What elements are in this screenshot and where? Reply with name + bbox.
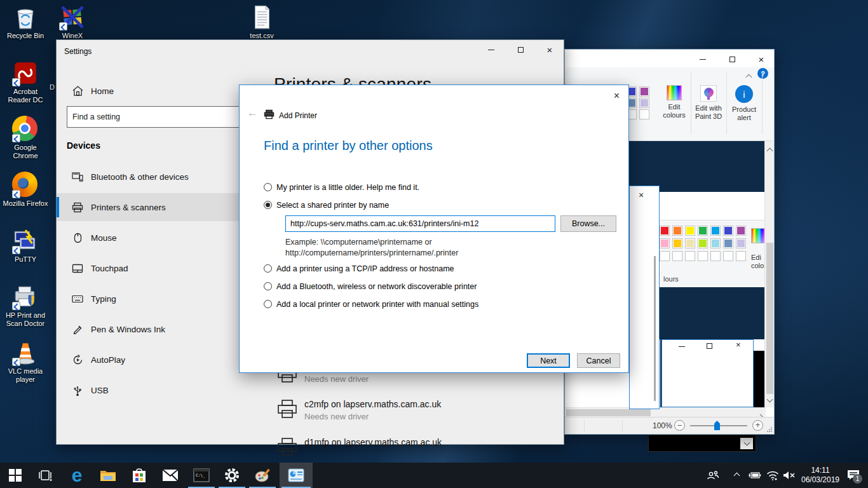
shortcut-arrow-icon [12,358,20,366]
desktop-icon-recycle-bin[interactable]: Recycle Bin [3,4,48,40]
vlc-icon [12,339,39,366]
zoom-in-button[interactable]: + [752,420,763,431]
desktop-icon-chrome[interactable]: Google Chrome [3,116,48,160]
shortcut-arrow-icon [12,246,20,254]
shared-printer-name-input[interactable]: http://cups-serv.maths.cam.ac.uk:631/pri… [285,215,555,232]
paint-icon[interactable] [247,463,278,488]
desktop-icon-firefox[interactable]: Mozilla Firefox [3,172,48,208]
desktop-icon-test-csv[interactable]: test.csv [239,4,285,40]
edit-colours-icon [667,85,682,100]
printer-list-item[interactable]: d1mfp on lapserv.maths.cam.ac.uk [276,437,442,458]
printer-status: Needs new driver [304,410,441,423]
edit-with-paint3d-button[interactable]: Edit with Paint 3D [692,85,725,121]
task-view-button[interactable] [31,463,61,488]
bluetooth-devices-icon [72,172,83,182]
paint-statusbar: 100% – + [565,417,774,434]
radio-bluetooth-printer[interactable] [264,282,272,290]
taskbar-clock[interactable]: 14:11 06/03/2019 [798,463,843,488]
touchpad-icon [72,264,83,273]
sidebar-item-usb[interactable]: USB [57,376,260,404]
screenshot-small-window: × [661,339,754,407]
sidebar-item-autoplay[interactable]: AutoPlay [57,346,260,374]
command-prompt-icon[interactable]: C:\_ [186,463,217,488]
minimize-button[interactable] [477,40,506,59]
window-title: Settings [64,47,92,56]
close-icon[interactable]: × [614,90,620,102]
file-explorer-icon[interactable] [93,463,123,488]
sidebar-item-bluetooth[interactable]: Bluetooth & other devices [57,163,260,191]
zoom-slider-thumb[interactable] [714,421,720,430]
printer-list-item[interactable]: c2mfp on lapserv.maths.cam.ac.uk Needs n… [276,398,441,423]
product-alert-button[interactable]: i Product alert [728,85,761,122]
action-center-icon[interactable]: 1 [843,463,864,488]
hidden-icons-chevron[interactable] [728,463,745,488]
close-button[interactable]: × [535,40,564,59]
add-printer-dialog: × ← Add Printer Find a printer by other … [239,85,629,373]
dialog-heading: Find a printer by other options [264,139,433,153]
sidebar-item-home[interactable]: Home [57,77,260,105]
mail-icon[interactable] [155,463,186,488]
desktop-icon-label: Acrobat Reader DC [3,88,48,104]
resize-grip[interactable] [767,427,772,432]
sidebar-item-pen[interactable]: Pen & Windows Ink [57,315,260,343]
settings-gear-icon[interactable] [217,463,247,488]
shortcut-arrow-icon [12,190,20,198]
radio-shared-printer[interactable] [264,201,272,209]
firefox-icon [12,172,39,198]
close-button[interactable]: × [747,50,776,69]
sidebar-item-typing[interactable]: Typing [57,285,260,313]
horizontal-scrollbar[interactable] [565,407,766,417]
maximize-button[interactable] [506,40,535,59]
desktop-icon-hp-doctor[interactable]: HP Print and Scan Doctor [3,283,48,328]
active-app-add-printer[interactable] [280,463,313,488]
help-icon[interactable]: ? [757,68,768,79]
volume-muted-icon[interactable] [780,463,798,488]
vertical-scrollbar[interactable] [764,141,774,407]
minimize-button[interactable] [688,50,717,69]
edge-icon[interactable]: e [62,463,92,488]
radio-older-printer[interactable] [264,183,272,191]
sidebar-item-touchpad[interactable]: Touchpad [57,254,260,282]
edit-colours-button[interactable]: Edit colours [658,85,691,119]
maximize-button[interactable] [717,50,747,69]
desktop-icon-acrobat[interactable]: Acrobat Reader DC [3,60,48,104]
people-icon[interactable] [703,463,723,488]
close-icon[interactable]: × [639,190,644,200]
partially-hidden-window: × [629,186,660,409]
sidebar-item-mouse[interactable]: Mouse [57,224,260,252]
desktop-icon-label: Mozilla Firefox [3,200,48,208]
back-arrow-icon[interactable]: ← [247,107,258,119]
scroll-down-button[interactable] [740,438,753,449]
recycle-bin-icon [12,4,39,30]
taskbar: e C:\_ [0,463,868,488]
desktop-icon-putty[interactable]: PuTTY [3,227,48,264]
shortcut-arrow-icon [12,134,20,142]
desktop-icon-label: Google Chrome [3,144,48,160]
scrollbar[interactable] [654,256,656,401]
radio-local-printer[interactable] [264,300,272,308]
printer-status: Needs new driver [304,373,369,385]
desktop-icon-winex[interactable]: WineX [50,4,95,40]
desktop-icon-label: Recycle Bin [3,32,48,40]
wifi-icon[interactable] [764,463,782,488]
radio-tcpip-printer[interactable] [264,264,272,273]
battery-icon[interactable] [745,463,764,488]
next-button[interactable]: Next [527,353,570,368]
autoplay-icon [72,355,83,365]
partial-desktop-icon-label: D [50,83,55,91]
desktop-icon-vlc[interactable]: VLC media player [3,339,48,384]
paint-palette-swatches[interactable] [627,86,651,119]
search-input[interactable]: Find a setting [67,106,252,128]
browse-button[interactable]: Browse... [560,215,616,232]
sidebar-item-printers-scanners[interactable]: Printers & scanners [57,193,260,221]
clock-time: 14:11 [811,466,829,475]
cancel-button[interactable]: Cancel [577,353,620,368]
collapse-ribbon-icon[interactable] [747,71,751,82]
start-button[interactable] [0,463,31,488]
store-icon[interactable] [124,463,154,488]
mouse-icon [72,233,83,243]
zoom-level: 100% [653,421,672,430]
desktop: Recycle Bin WineX test.csv Acrobat Reade… [0,0,868,488]
zoom-out-button[interactable]: – [674,420,685,431]
printer-name: d1mfp on lapserv.maths.cam.ac.uk [304,437,442,449]
